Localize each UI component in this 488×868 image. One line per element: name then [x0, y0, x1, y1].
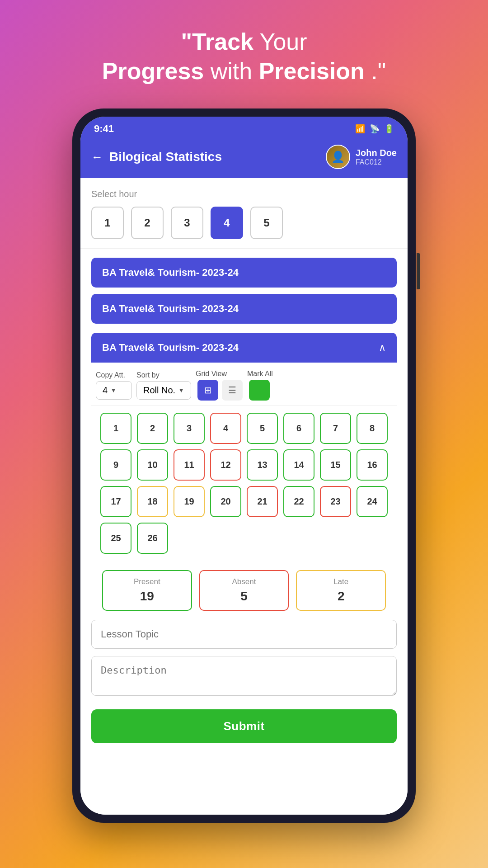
status-time: 9:41	[94, 123, 114, 135]
attendance-grid: 1234567891011121314151617181920212223242…	[91, 406, 397, 561]
tagline-bold-track: "Track	[181, 28, 253, 55]
lesson-topic-input[interactable]	[91, 620, 397, 649]
tagline-your: Your	[259, 28, 307, 55]
copy-att-arrow-icon: ▼	[110, 387, 117, 394]
status-bar: 9:41 📶 📡 🔋	[80, 117, 408, 138]
grid-view-label: Grid View	[196, 370, 243, 378]
att-cell-11[interactable]: 11	[174, 449, 205, 481]
phone-side-button	[417, 253, 420, 289]
att-cell-18[interactable]: 18	[137, 486, 168, 517]
class-item-1[interactable]: BA Travel& Tourism- 2023-24	[91, 258, 397, 288]
copy-att-dropdown[interactable]: 4 ▼	[96, 381, 132, 400]
att-cell-2[interactable]: 2	[137, 413, 168, 444]
att-cell-19[interactable]: 19	[174, 486, 205, 517]
nav-right: 👤 John Doe FAC012	[326, 145, 397, 169]
main-content: Select hour 1 2 3 4 5 BA Travel& Tourism…	[80, 178, 408, 815]
class-item-2[interactable]: BA Travel& Tourism- 2023-24	[91, 294, 397, 324]
att-cell-13[interactable]: 13	[247, 449, 278, 481]
att-cell-8[interactable]: 8	[357, 413, 388, 444]
att-cell-10[interactable]: 10	[137, 449, 168, 481]
view-toggle-group: Grid View ⊞ ☰	[196, 370, 243, 401]
late-value: 2	[338, 589, 345, 604]
att-cell-20[interactable]: 20	[210, 486, 241, 517]
hour-section: Select hour 1 2 3 4 5	[80, 178, 408, 249]
nav-left: ← Bilogical Statistics	[91, 150, 222, 164]
late-label: Late	[333, 577, 348, 586]
avatar: 👤	[326, 145, 350, 169]
class-expanded[interactable]: BA Travel& Tourism- 2023-24 ∧	[91, 333, 397, 363]
hour-btn-2[interactable]: 2	[131, 207, 164, 239]
att-cell-9[interactable]: 9	[100, 449, 131, 481]
description-section	[80, 656, 408, 705]
hour-btn-4[interactable]: 4	[211, 207, 243, 239]
avatar-image: 👤	[327, 146, 349, 168]
chevron-up-icon: ∧	[379, 342, 386, 354]
att-cell-15[interactable]: 15	[320, 449, 351, 481]
phone-shell: 9:41 📶 📡 🔋 ← Bilogical Statistics 👤 John…	[72, 108, 416, 823]
att-cell-23[interactable]: 23	[320, 486, 351, 517]
status-icons: 📶 📡 🔋	[355, 124, 394, 134]
controls-row: Copy Att. 4 ▼ Sort by Roll No. ▼ Grid Vi…	[91, 363, 397, 406]
late-stat: Late 2	[296, 570, 386, 611]
absent-value: 5	[240, 589, 248, 604]
lesson-topic-section	[80, 620, 408, 656]
grid-view-btn[interactable]: ⊞	[197, 380, 218, 401]
att-cell-7[interactable]: 7	[320, 413, 351, 444]
att-cell-24[interactable]: 24	[357, 486, 388, 517]
nav-username: John Doe	[356, 148, 397, 158]
att-cell-6[interactable]: 6	[283, 413, 314, 444]
sort-arrow-icon: ▼	[178, 387, 184, 394]
att-cell-12[interactable]: 12	[210, 449, 241, 481]
sort-by-dropdown[interactable]: Roll No. ▼	[136, 381, 191, 400]
tagline-bold-progress: Progress	[102, 58, 204, 84]
absent-stat: Absent 5	[199, 570, 289, 611]
sort-by-label: Sort by	[136, 371, 191, 379]
absent-label: Absent	[232, 577, 256, 586]
sort-by-value: Roll No.	[143, 385, 175, 396]
view-toggle: ⊞ ☰	[197, 380, 243, 401]
att-cell-26[interactable]: 26	[137, 523, 168, 554]
present-stat: Present 19	[102, 570, 192, 611]
submit-section: Submit	[80, 705, 408, 754]
att-cell-4[interactable]: 4	[210, 413, 241, 444]
top-nav: ← Bilogical Statistics 👤 John Doe FAC012	[80, 138, 408, 178]
hour-btn-5[interactable]: 5	[250, 207, 283, 239]
nav-user-info: John Doe FAC012	[356, 148, 397, 166]
att-cell-14[interactable]: 14	[283, 449, 314, 481]
copy-att-value: 4	[103, 385, 108, 396]
copy-att-label: Copy Att.	[96, 371, 132, 379]
mark-all-button[interactable]	[249, 380, 270, 401]
att-cell-1[interactable]: 1	[100, 413, 131, 444]
page-title: Bilogical Statistics	[109, 150, 222, 164]
att-cell-17[interactable]: 17	[100, 486, 131, 517]
hour-buttons-group: 1 2 3 4 5	[91, 207, 397, 239]
tagline-with: with	[211, 58, 259, 84]
description-input[interactable]	[91, 656, 397, 696]
hour-btn-3[interactable]: 3	[171, 207, 203, 239]
mark-all-label: Mark All	[247, 370, 273, 378]
signal-icon: 📶	[355, 124, 365, 134]
mark-all-group: Mark All	[247, 370, 273, 401]
att-cell-22[interactable]: 22	[283, 486, 314, 517]
att-cell-16[interactable]: 16	[357, 449, 388, 481]
tagline: "Track Your Progress with Precision ."	[75, 27, 413, 86]
battery-icon: 🔋	[384, 124, 394, 134]
class-list: BA Travel& Tourism- 2023-24 BA Travel& T…	[80, 249, 408, 333]
nav-faculty-id: FAC012	[356, 158, 397, 166]
wifi-icon: 📡	[370, 124, 380, 134]
tagline-bold-precision: Precision	[259, 58, 365, 84]
list-view-btn[interactable]: ☰	[222, 380, 243, 401]
att-cell-5[interactable]: 5	[247, 413, 278, 444]
select-hour-label: Select hour	[91, 189, 397, 199]
hour-btn-1[interactable]: 1	[91, 207, 124, 239]
back-button[interactable]: ←	[91, 150, 103, 164]
att-cell-25[interactable]: 25	[100, 523, 131, 554]
class-expanded-label: BA Travel& Tourism- 2023-24	[102, 342, 239, 354]
submit-button[interactable]: Submit	[91, 709, 397, 743]
tagline-quote-end: ."	[371, 58, 386, 84]
present-label: Present	[134, 577, 160, 586]
att-cell-3[interactable]: 3	[174, 413, 205, 444]
sort-by-group: Sort by Roll No. ▼	[136, 371, 191, 400]
att-cell-21[interactable]: 21	[247, 486, 278, 517]
summary-row: Present 19 Absent 5 Late 2	[91, 561, 397, 620]
